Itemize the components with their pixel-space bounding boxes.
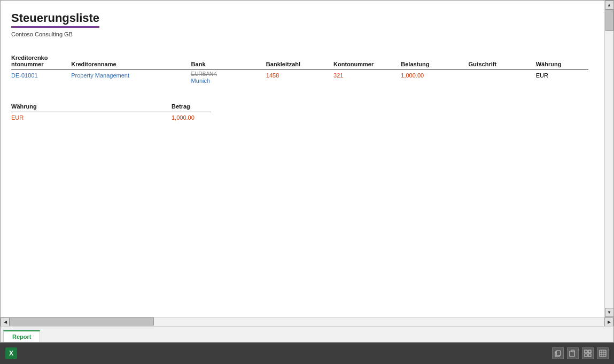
- col-header-kreditorenname: Kreditorenname: [71, 53, 191, 70]
- scroll-up-button[interactable]: ▲: [605, 1, 614, 10]
- main-table: Kreditorenkontonummer Kreditorenname Ban…: [11, 53, 588, 86]
- col-header-kontonummer: Kontonummer: [333, 53, 401, 70]
- svg-rect-6: [585, 354, 587, 357]
- col-header-summary-betrag: Betrag: [172, 102, 211, 112]
- vertical-scrollbar[interactable]: ▲ ▼: [604, 1, 613, 317]
- hscroll-thumb[interactable]: [10, 317, 154, 326]
- cell-kontonummer: 321: [333, 70, 401, 87]
- scroll-down-button[interactable]: ▼: [605, 308, 614, 317]
- cell-bank: EURBANK Munich: [191, 70, 266, 87]
- cell-bankleitzahl: 1458: [266, 70, 333, 87]
- col-header-wahrung: Währung: [536, 53, 588, 70]
- hscroll-track: [10, 317, 604, 326]
- taskbar: X: [0, 343, 614, 364]
- cell-kreditorenkontonummer: DE-01001: [11, 70, 71, 87]
- tab-bar: Report: [1, 326, 613, 342]
- summary-row: EUR 1,000.00: [11, 112, 211, 123]
- svg-rect-3: [571, 350, 574, 352]
- scroll-right-button[interactable]: ▶: [604, 317, 613, 327]
- cell-summary-betrag: 1,000.00: [172, 112, 211, 123]
- tab-report[interactable]: Report: [3, 330, 40, 342]
- svg-rect-8: [600, 350, 606, 357]
- col-header-kreditorenkontonummer: Kreditorenkontonummer: [11, 53, 71, 70]
- svg-rect-1: [556, 351, 561, 355]
- report-content: Steuerungsliste Contoso Consulting GB Kr…: [1, 1, 604, 317]
- excel-icon: X: [5, 347, 17, 359]
- summary-table: Währung Betrag EUR: [11, 102, 211, 123]
- copy-icon[interactable]: [552, 347, 564, 359]
- grid-icon[interactable]: [582, 347, 594, 359]
- taskbar-right: [552, 347, 609, 359]
- col-header-bank: Bank: [191, 53, 266, 70]
- paste-icon[interactable]: [567, 347, 579, 359]
- cell-kreditorenname: Property Management: [71, 70, 191, 87]
- col-header-belastung: Belastung: [401, 53, 468, 70]
- scroll-track: [605, 10, 613, 308]
- scroll-thumb[interactable]: [605, 10, 613, 31]
- resize-icon[interactable]: [597, 347, 609, 359]
- table-row: DE-01001 Property Management EURBANK Mun…: [11, 70, 588, 87]
- company-name: Contoso Consulting GB: [11, 31, 588, 37]
- page-title: Steuerungsliste: [11, 11, 99, 28]
- col-header-gutschrift: Gutschrift: [469, 53, 536, 70]
- svg-rect-4: [585, 350, 587, 353]
- cell-belastung: 1,000.00: [401, 70, 468, 87]
- scroll-left-button[interactable]: ◀: [1, 317, 10, 327]
- col-header-bankleitzahl: Bankleitzahl: [266, 53, 333, 70]
- svg-rect-7: [588, 354, 591, 357]
- horizontal-scrollbar[interactable]: ◀ ▶: [1, 317, 613, 326]
- cell-gutschrift: [469, 70, 536, 87]
- col-header-summary-wahrung: Währung: [11, 102, 172, 112]
- cell-summary-wahrung: EUR: [11, 112, 172, 123]
- cell-wahrung: EUR: [536, 70, 588, 87]
- taskbar-left: X: [5, 347, 17, 359]
- svg-rect-5: [588, 350, 591, 353]
